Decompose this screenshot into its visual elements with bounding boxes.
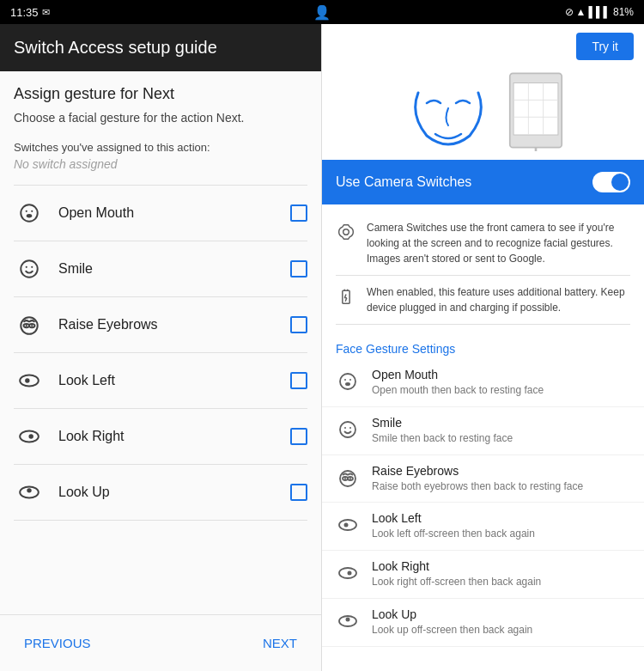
status-bar: 11:35 ✉ 👤 ⊘ ▲ ▌▌▌ 81% [0,0,644,24]
open-mouth-checkbox[interactable] [290,204,307,222]
look-left-icon [14,365,45,396]
svg-point-38 [349,427,351,429]
svg-point-36 [340,422,355,437]
svg-point-1 [26,210,27,211]
right-look-left-desc: Look left off-screen then back again [372,527,630,541]
right-gesture-open-mouth[interactable]: Open Mouth Open mouth then back to resti… [322,359,644,407]
previous-button[interactable]: Previous [21,629,94,657]
right-open-mouth-desc: Open mouth then back to resting face [372,383,630,398]
smile-checkbox[interactable] [290,260,307,278]
gesture-item-look-right[interactable]: Look Right [14,409,307,465]
right-open-mouth-icon [336,369,360,393]
left-content: Assign gesture for Next Choose a facial … [0,71,321,614]
gesture-item-look-up[interactable]: Look Up [14,465,307,521]
signal-bars: ▌▌▌ [588,6,611,18]
wifi-icon: ⊘ [565,6,574,18]
camera-info-icon [336,222,356,242]
svg-point-11 [31,325,33,326]
no-switch-label: No switch assigned [14,157,307,171]
open-mouth-icon [14,198,45,229]
svg-point-13 [25,378,29,382]
right-gesture-look-up[interactable]: Look Up Look up off-screen then back aga… [322,599,644,647]
right-look-right-text: Look Right Look right off-screen then ba… [372,559,630,589]
right-look-left-text: Look Left Look left off-screen then back… [372,511,630,541]
signal-icon: ▲ [576,6,586,18]
right-look-up-icon [336,609,360,633]
right-gesture-list: Open Mouth Open mouth then back to resti… [322,359,644,647]
battery-info-icon [336,286,356,307]
right-smile-icon [336,418,360,442]
look-up-checkbox[interactable] [290,484,307,501]
svg-point-4 [21,260,38,278]
face-gesture-settings-title: Face Gesture Settings [322,332,644,359]
left-panel: Switch Access setup guide Assign gesture… [0,24,322,671]
app-header: Switch Access setup guide [0,24,321,71]
gesture-item-look-left[interactable]: Look Left [14,353,307,409]
smile-label: Smile [58,261,290,277]
svg-point-37 [344,427,346,429]
try-it-button[interactable]: Try it [576,33,634,60]
gesture-item-smile[interactable]: Smile [14,241,307,297]
right-look-right-desc: Look right off-screen then back again [372,575,630,589]
switches-label: Switches you've assigned to this action: [14,141,307,154]
look-left-label: Look Left [58,373,290,388]
right-open-mouth-text: Open Mouth Open mouth then back to resti… [372,368,630,398]
battery-info-text: When enabled, this feature uses addition… [367,284,630,315]
right-gesture-smile[interactable]: Smile Smile then back to resting face [322,407,644,455]
left-footer: Previous Next [0,614,321,671]
look-right-checkbox[interactable] [290,428,307,445]
right-smile-text: Smile Smile then back to resting face [372,416,630,446]
try-it-bar: Try it [322,24,644,60]
camera-switch-label: Use Camera Switches [336,174,471,190]
svg-point-5 [26,265,27,267]
right-gesture-look-right[interactable]: Look Right Look right off-screen then ba… [322,551,644,599]
svg-rect-26 [343,290,349,303]
right-open-mouth-name: Open Mouth [372,368,630,381]
look-right-label: Look Right [58,429,290,444]
raise-eyebrows-label: Raise Eyebrows [58,317,290,332]
status-icons: ⊘ ▲ ▌▌▌ 81% [565,6,634,18]
face-illustration [401,67,495,153]
right-gesture-raise-eyebrows[interactable]: Raise Eyebrows Raise both eyebrows then … [322,455,644,503]
svg-point-10 [26,325,27,326]
phone-illustration [506,70,566,151]
main-area: Switch Access setup guide Assign gesture… [0,24,644,671]
right-look-up-name: Look Up [372,607,630,621]
info-section: Camera Switches use the front camera to … [322,204,644,332]
gesture-list: Open Mouth Smile [14,186,307,521]
gesture-item-raise-eyebrows[interactable]: Raise Eyebrows [14,297,307,353]
svg-point-25 [343,229,349,235]
right-gesture-look-left[interactable]: Look Left Look left off-screen then back… [322,503,644,551]
raise-eyebrows-checkbox[interactable] [290,316,307,333]
right-panel: Try it [322,24,644,671]
gesture-item-open-mouth[interactable]: Open Mouth [14,186,307,241]
camera-switch-toggle[interactable] [592,172,630,192]
app-icon: 👤 [313,5,331,20]
svg-point-2 [31,210,33,211]
camera-switch-bar[interactable]: Use Camera Switches [322,160,644,204]
right-look-right-name: Look Right [372,559,630,573]
camera-info-text: Camera Switches use the front camera to … [367,220,630,266]
right-raise-eyebrows-icon [336,466,360,490]
right-look-left-name: Look Left [372,511,630,525]
svg-point-0 [21,204,38,222]
svg-rect-19 [513,82,558,134]
look-left-checkbox[interactable] [290,372,307,389]
svg-point-49 [346,617,350,621]
svg-point-45 [344,523,349,528]
right-raise-eyebrows-name: Raise Eyebrows [372,464,630,478]
svg-point-35 [345,382,350,386]
raise-eyebrows-icon [14,309,45,340]
right-look-right-icon [336,561,360,585]
look-up-label: Look Up [58,485,290,500]
status-time: 11:35 ✉ [10,6,50,19]
info-row-battery: When enabled, this feature uses addition… [336,276,630,325]
svg-point-47 [348,571,352,576]
next-button[interactable]: Next [259,629,301,657]
smile-icon [14,253,45,284]
app-title: Switch Access setup guide [14,38,217,57]
svg-point-43 [349,478,351,479]
right-raise-eyebrows-desc: Raise both eyebrows then back to resting… [372,479,630,494]
right-look-up-desc: Look up off-screen then back again [372,623,630,637]
right-look-left-icon [336,513,360,537]
